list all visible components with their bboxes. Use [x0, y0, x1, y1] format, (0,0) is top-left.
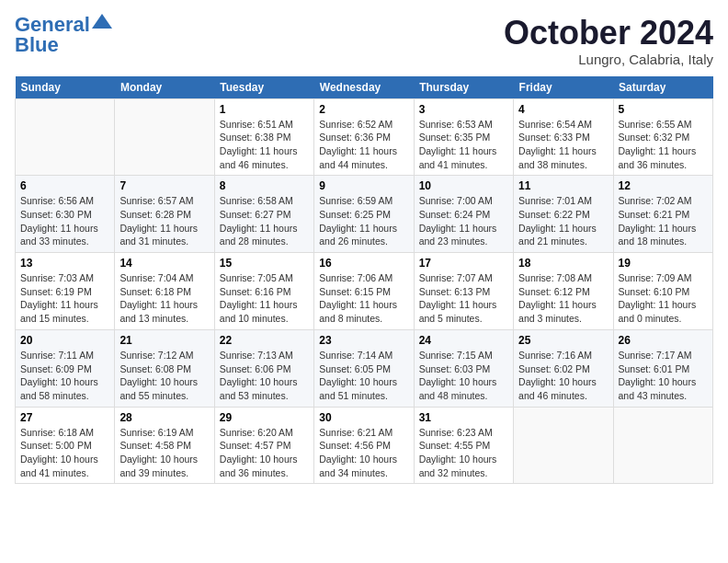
day-info: Sunrise: 7:00 AMSunset: 6:24 PMDaylight:… — [419, 194, 508, 248]
day-number: 1 — [220, 103, 309, 116]
calendar-cell: 1Sunrise: 6:51 AMSunset: 6:38 PMDaylight… — [214, 98, 313, 176]
calendar-cell: 4Sunrise: 6:54 AMSunset: 6:33 PMDaylight… — [514, 98, 613, 176]
calendar-cell: 25Sunrise: 7:16 AMSunset: 6:02 PMDayligh… — [514, 329, 613, 407]
logo: General Blue — [15, 15, 112, 55]
day-number: 30 — [319, 411, 408, 424]
calendar-cell: 8Sunrise: 6:58 AMSunset: 6:27 PMDaylight… — [214, 176, 313, 253]
day-info: Sunrise: 7:12 AMSunset: 6:08 PMDaylight:… — [119, 349, 209, 403]
calendar-cell: 13Sunrise: 7:03 AMSunset: 6:19 PMDayligh… — [16, 253, 115, 330]
day-number: 6 — [20, 179, 109, 192]
calendar-cell: 23Sunrise: 7:14 AMSunset: 6:05 PMDayligh… — [314, 329, 414, 407]
svg-marker-0 — [92, 14, 112, 29]
day-info: Sunrise: 6:56 AMSunset: 6:30 PMDaylight:… — [20, 194, 109, 248]
day-info: Sunrise: 7:03 AMSunset: 6:19 PMDaylight:… — [20, 271, 109, 326]
logo-text: General — [15, 15, 90, 35]
day-info: Sunrise: 6:18 AMSunset: 5:00 PMDaylight:… — [20, 426, 109, 480]
logo-text-blue: Blue — [15, 35, 59, 55]
header-thursday: Thursday — [414, 76, 513, 99]
day-number: 25 — [518, 334, 608, 347]
page-header: General Blue October 2024 Lungro, Calabr… — [15, 15, 713, 67]
day-info: Sunrise: 6:55 AMSunset: 6:32 PMDaylight:… — [619, 118, 708, 172]
day-number: 17 — [419, 257, 508, 270]
calendar-table: SundayMondayTuesdayWednesdayThursdayFrid… — [15, 76, 713, 485]
calendar-week-row: 20Sunrise: 7:11 AMSunset: 6:09 PMDayligh… — [16, 329, 713, 407]
day-info: Sunrise: 7:06 AMSunset: 6:15 PMDaylight:… — [319, 271, 408, 326]
day-number: 10 — [419, 179, 508, 192]
calendar-cell: 14Sunrise: 7:04 AMSunset: 6:18 PMDayligh… — [115, 253, 214, 330]
calendar-week-row: 13Sunrise: 7:03 AMSunset: 6:19 PMDayligh… — [16, 253, 713, 330]
day-info: Sunrise: 7:01 AMSunset: 6:22 PMDaylight:… — [518, 194, 608, 248]
day-number: 23 — [319, 334, 408, 347]
title-block: October 2024 Lungro, Calabria, Italy — [504, 15, 713, 67]
day-info: Sunrise: 7:02 AMSunset: 6:21 PMDaylight:… — [619, 194, 708, 248]
calendar-cell: 19Sunrise: 7:09 AMSunset: 6:10 PMDayligh… — [613, 253, 712, 330]
day-info: Sunrise: 7:15 AMSunset: 6:03 PMDaylight:… — [419, 349, 508, 403]
calendar-cell: 27Sunrise: 6:18 AMSunset: 5:00 PMDayligh… — [16, 407, 115, 484]
month-title: October 2024 — [504, 15, 713, 52]
day-info: Sunrise: 6:20 AMSunset: 4:57 PMDaylight:… — [220, 426, 309, 480]
day-number: 20 — [20, 334, 109, 347]
day-number: 14 — [119, 257, 209, 270]
calendar-cell: 17Sunrise: 7:07 AMSunset: 6:13 PMDayligh… — [414, 253, 513, 330]
calendar-cell: 18Sunrise: 7:08 AMSunset: 6:12 PMDayligh… — [514, 253, 613, 330]
day-info: Sunrise: 7:11 AMSunset: 6:09 PMDaylight:… — [20, 349, 109, 403]
calendar-week-row: 1Sunrise: 6:51 AMSunset: 6:38 PMDaylight… — [16, 98, 713, 176]
day-info: Sunrise: 6:54 AMSunset: 6:33 PMDaylight:… — [518, 118, 608, 172]
day-number: 13 — [20, 257, 109, 270]
day-info: Sunrise: 6:19 AMSunset: 4:58 PMDaylight:… — [119, 426, 209, 480]
calendar-cell: 24Sunrise: 7:15 AMSunset: 6:03 PMDayligh… — [414, 329, 513, 407]
header-saturday: Saturday — [613, 76, 712, 99]
day-info: Sunrise: 6:53 AMSunset: 6:35 PMDaylight:… — [419, 118, 508, 172]
day-number: 8 — [220, 179, 309, 192]
calendar-cell: 26Sunrise: 7:17 AMSunset: 6:01 PMDayligh… — [613, 329, 712, 407]
day-number: 12 — [619, 179, 708, 192]
header-sunday: Sunday — [16, 76, 115, 99]
day-number: 9 — [319, 179, 408, 192]
calendar-cell: 30Sunrise: 6:21 AMSunset: 4:56 PMDayligh… — [314, 407, 414, 484]
calendar-cell: 28Sunrise: 6:19 AMSunset: 4:58 PMDayligh… — [115, 407, 214, 484]
calendar-cell: 5Sunrise: 6:55 AMSunset: 6:32 PMDaylight… — [613, 98, 712, 176]
day-number: 24 — [419, 334, 508, 347]
day-number: 22 — [220, 334, 309, 347]
day-number: 16 — [319, 257, 408, 270]
day-number: 5 — [619, 103, 708, 116]
logo-icon — [92, 14, 112, 29]
day-info: Sunrise: 6:59 AMSunset: 6:25 PMDaylight:… — [319, 194, 408, 248]
day-info: Sunrise: 7:13 AMSunset: 6:06 PMDaylight:… — [220, 349, 309, 403]
calendar-cell: 7Sunrise: 6:57 AMSunset: 6:28 PMDaylight… — [115, 176, 214, 253]
day-number: 2 — [319, 103, 408, 116]
header-friday: Friday — [514, 76, 613, 99]
calendar-cell: 9Sunrise: 6:59 AMSunset: 6:25 PMDaylight… — [314, 176, 414, 253]
header-monday: Monday — [115, 76, 214, 99]
day-number: 27 — [20, 411, 109, 424]
day-number: 31 — [419, 411, 508, 424]
calendar-cell: 21Sunrise: 7:12 AMSunset: 6:08 PMDayligh… — [115, 329, 214, 407]
day-info: Sunrise: 7:08 AMSunset: 6:12 PMDaylight:… — [518, 271, 608, 326]
calendar-cell: 31Sunrise: 6:23 AMSunset: 4:55 PMDayligh… — [414, 407, 513, 484]
header-tuesday: Tuesday — [214, 76, 313, 99]
day-info: Sunrise: 7:09 AMSunset: 6:10 PMDaylight:… — [619, 271, 708, 326]
calendar-week-row: 6Sunrise: 6:56 AMSunset: 6:30 PMDaylight… — [16, 176, 713, 253]
day-info: Sunrise: 6:21 AMSunset: 4:56 PMDaylight:… — [319, 426, 408, 480]
day-info: Sunrise: 7:17 AMSunset: 6:01 PMDaylight:… — [619, 349, 708, 403]
calendar-cell: 20Sunrise: 7:11 AMSunset: 6:09 PMDayligh… — [16, 329, 115, 407]
calendar-cell: 16Sunrise: 7:06 AMSunset: 6:15 PMDayligh… — [314, 253, 414, 330]
day-info: Sunrise: 7:04 AMSunset: 6:18 PMDaylight:… — [119, 271, 209, 326]
calendar-week-row: 27Sunrise: 6:18 AMSunset: 5:00 PMDayligh… — [16, 407, 713, 484]
day-number: 29 — [220, 411, 309, 424]
day-number: 21 — [119, 334, 209, 347]
calendar-cell: 11Sunrise: 7:01 AMSunset: 6:22 PMDayligh… — [514, 176, 613, 253]
calendar-cell: 22Sunrise: 7:13 AMSunset: 6:06 PMDayligh… — [214, 329, 313, 407]
calendar-cell: 2Sunrise: 6:52 AMSunset: 6:36 PMDaylight… — [314, 98, 414, 176]
day-number: 26 — [619, 334, 708, 347]
calendar-header-row: SundayMondayTuesdayWednesdayThursdayFrid… — [16, 76, 713, 99]
day-info: Sunrise: 6:57 AMSunset: 6:28 PMDaylight:… — [119, 194, 209, 248]
calendar-cell: 3Sunrise: 6:53 AMSunset: 6:35 PMDaylight… — [414, 98, 513, 176]
calendar-cell: 10Sunrise: 7:00 AMSunset: 6:24 PMDayligh… — [414, 176, 513, 253]
calendar-cell — [16, 98, 115, 176]
day-info: Sunrise: 7:05 AMSunset: 6:16 PMDaylight:… — [220, 271, 309, 326]
day-info: Sunrise: 6:51 AMSunset: 6:38 PMDaylight:… — [220, 118, 309, 172]
header-wednesday: Wednesday — [314, 76, 414, 99]
day-number: 3 — [419, 103, 508, 116]
calendar-cell: 6Sunrise: 6:56 AMSunset: 6:30 PMDaylight… — [16, 176, 115, 253]
